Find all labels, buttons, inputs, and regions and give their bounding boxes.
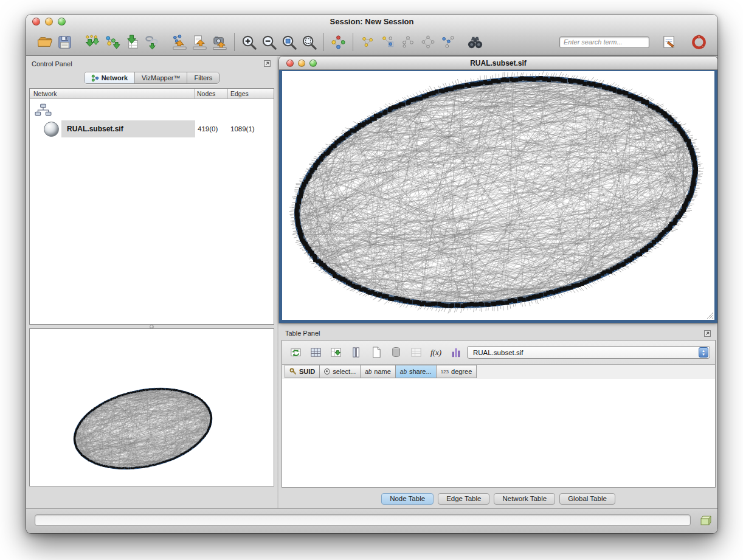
zoom-fit-button[interactable] (279, 30, 299, 54)
network-row-name[interactable]: RUAL.subset.sif (67, 125, 123, 133)
import-table-button[interactable] (122, 30, 142, 54)
column-suid[interactable]: SUID (285, 365, 320, 378)
import-network-web-icon (104, 34, 120, 50)
tab-network-table-label: Network Table (502, 495, 547, 502)
new-document-button[interactable] (368, 345, 383, 361)
histogram-button[interactable] (449, 345, 463, 361)
network-row[interactable]: RUAL.subset.sif 419(0) 1089(1) (30, 120, 274, 137)
tab-edge-table[interactable]: Edge Table (438, 493, 489, 505)
tab-global-table[interactable]: Global Table (559, 493, 615, 505)
birdseye-view[interactable] (29, 328, 274, 486)
column-separator[interactable] (194, 89, 195, 99)
binoculars-icon (467, 34, 483, 50)
refresh-table-button[interactable] (288, 345, 303, 361)
titlebar[interactable]: Session: New Session (26, 15, 717, 29)
network-list-header[interactable]: Network Nodes Edges (30, 89, 274, 99)
export-table-icon (192, 34, 208, 50)
network-table-selector[interactable]: RUAL.subset.sif ▲▼ (467, 346, 710, 359)
layout-circular-button[interactable] (418, 30, 438, 54)
control-panel-float-button[interactable] (263, 60, 271, 67)
column-shared-name-label: share... (409, 368, 432, 375)
combo-stepper-icon: ▲▼ (699, 347, 708, 358)
tab-network[interactable]: Network (85, 72, 134, 83)
column-degree-label: degree (451, 368, 472, 375)
layout-attribute-circle-button[interactable] (358, 30, 378, 54)
column-degree[interactable]: 123 degree (437, 365, 477, 378)
table-grid-icon (309, 346, 322, 359)
table-panel-tabs: Node Table Edge Table Network Table Glob… (279, 492, 717, 505)
tab-vizmapper[interactable]: VizMapper™ (134, 72, 187, 83)
network-list: Network Nodes Edges RUAL.subset.sif 419(… (29, 88, 274, 325)
text-type-icon: ab (365, 368, 372, 375)
export-network-icon (171, 34, 188, 50)
layout-hierarchical-button[interactable] (398, 30, 418, 54)
column-nodes[interactable]: Nodes (197, 90, 215, 97)
layout-attribute-circle-icon (361, 35, 375, 49)
status-message-field (35, 514, 691, 526)
export-network-button[interactable] (170, 30, 190, 54)
network-window-titlebar[interactable]: RUAL.subset.sif (279, 57, 717, 70)
table-panel-header: Table Panel (279, 327, 716, 339)
integer-type-icon: 123 (441, 369, 449, 375)
column-shared-name[interactable]: ab share... (396, 365, 437, 378)
clear-table-button[interactable] (409, 345, 423, 361)
zoom-selected-icon (301, 34, 317, 50)
table-panel-float-button[interactable] (703, 330, 711, 337)
export-image-button[interactable] (210, 30, 230, 54)
column-settings-button[interactable] (348, 345, 363, 361)
tab-node-table[interactable]: Node Table (381, 493, 434, 505)
desktop: Session: New Session (0, 0, 743, 560)
delete-rows-button[interactable] (389, 345, 403, 361)
text-type-icon: ab (400, 368, 407, 375)
import-vizmap-button[interactable] (142, 30, 162, 54)
network-table-selector-value: RUAL.subset.sif (473, 349, 523, 356)
column-network[interactable]: Network (33, 90, 57, 97)
layout-hierarchical-icon (401, 35, 415, 49)
cytoscape-ring-icon (691, 34, 707, 50)
column-name[interactable]: ab name (361, 365, 396, 378)
show-message-console-button[interactable] (659, 30, 679, 54)
network-graph[interactable] (282, 71, 714, 320)
cytoscape-status-button[interactable] (689, 30, 709, 54)
garbage-collect-button[interactable] (698, 513, 714, 528)
resize-grip[interactable] (705, 311, 714, 319)
function-builder-button[interactable]: f(x) (429, 345, 443, 361)
save-session-button[interactable] (55, 30, 75, 54)
layout-grid-button[interactable] (378, 30, 398, 54)
zoom-selected-button[interactable] (299, 30, 319, 54)
column-selected[interactable]: select... (320, 365, 361, 378)
layout-force-directed-button[interactable] (438, 30, 458, 54)
network-canvas[interactable] (282, 71, 714, 320)
import-network-file-button[interactable] (82, 30, 102, 54)
table-panel-toolbar: f(x) RUAL.subset.sif ▲▼ (282, 340, 715, 365)
export-table-button[interactable] (190, 30, 210, 54)
import-table-small-button[interactable] (328, 345, 343, 361)
table-panel-title: Table Panel (285, 330, 320, 337)
apply-layout-icon (330, 34, 347, 50)
zoom-fit-icon (281, 34, 297, 50)
zoom-out-button[interactable] (259, 30, 279, 54)
tab-filters[interactable]: Filters (187, 72, 219, 83)
column-edges[interactable]: Edges (230, 90, 249, 97)
find-button[interactable] (465, 30, 485, 54)
network-icon (91, 74, 99, 82)
zoom-in-button[interactable] (239, 30, 259, 54)
attribute-table-body[interactable] (282, 379, 715, 487)
main-content: Control Panel Network VizMapper™ (26, 57, 717, 508)
tab-network-label: Network (102, 74, 128, 81)
tab-network-table[interactable]: Network Table (494, 493, 555, 505)
tab-filters-label: Filters (194, 74, 212, 81)
select-all-button[interactable] (308, 345, 323, 361)
birdseye-network-graph[interactable] (30, 329, 274, 486)
network-collection-icon (35, 103, 52, 117)
fx-icon: f(x) (430, 348, 441, 358)
apply-layout-button[interactable] (328, 30, 348, 54)
tab-edge-table-label: Edge Table (446, 495, 481, 502)
network-collection-root[interactable] (35, 103, 52, 119)
memory-box-icon (699, 514, 713, 527)
search-input[interactable] (559, 36, 649, 48)
import-network-web-button[interactable] (102, 30, 122, 54)
columns-icon (350, 346, 362, 359)
open-session-button[interactable] (35, 30, 55, 54)
column-separator[interactable] (227, 89, 228, 99)
